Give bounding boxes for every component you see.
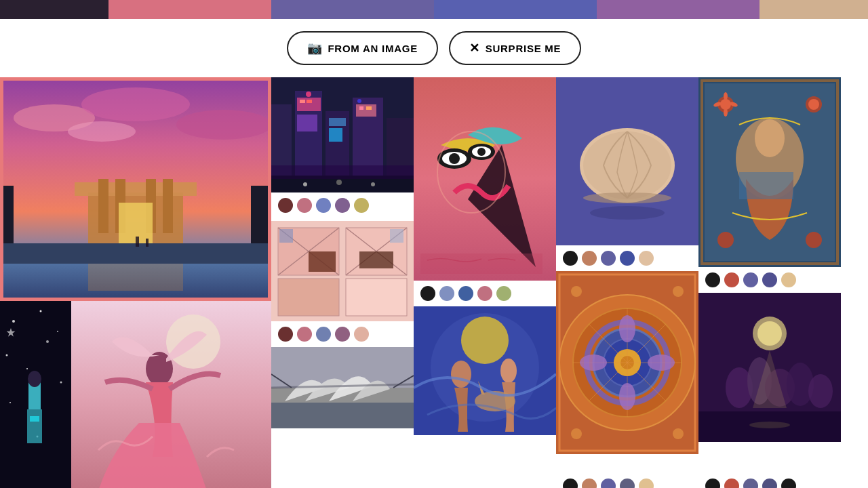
svg-rect-63: [346, 279, 407, 316]
gallery-item-dancer[interactable]: [71, 301, 271, 488]
shell-swatch-5[interactable]: [639, 251, 654, 266]
from-image-button[interactable]: 📷 FROM AN IMAGE: [287, 31, 438, 65]
svg-point-145: [749, 422, 790, 428]
gallery-item-shell[interactable]: [556, 77, 698, 245]
gallery-col-3: [556, 77, 698, 488]
svg-rect-10: [163, 179, 173, 233]
svg-point-133: [755, 119, 785, 157]
gallery-col-2: [414, 77, 556, 488]
surprise-me-button[interactable]: ✕ SURPRISE ME: [449, 31, 581, 65]
purple-swatch-4[interactable]: [762, 479, 777, 488]
city-swatch-1[interactable]: [278, 198, 293, 213]
svg-point-53: [303, 182, 307, 186]
svg-point-20: [12, 320, 15, 323]
purple-swatches: [698, 473, 841, 488]
svg-rect-6: [75, 182, 197, 196]
svg-point-96: [583, 192, 671, 203]
color-segment-5: [597, 0, 760, 19]
ornate-swatch-1[interactable]: [705, 272, 720, 287]
svg-point-112: [619, 383, 635, 410]
svg-point-22: [57, 331, 58, 332]
gallery-item-ornate[interactable]: [698, 77, 841, 267]
ornate-swatch-4[interactable]: [762, 272, 777, 287]
city-swatches: [271, 192, 414, 218]
abstract-swatches: [414, 281, 556, 306]
gallery-item-space[interactable]: [0, 301, 71, 488]
gallery-item-abstract[interactable]: [414, 77, 556, 281]
camera-icon: 📷: [307, 41, 323, 56]
svg-point-27: [9, 402, 11, 403]
svg-point-114: [648, 354, 675, 371]
gallery-item-mandala[interactable]: [556, 271, 698, 473]
abs-swatch-3[interactable]: [458, 286, 473, 301]
svg-rect-45: [307, 100, 312, 103]
ornate-swatch-2[interactable]: [724, 272, 739, 287]
svg-rect-62: [278, 279, 339, 316]
svg-point-132: [724, 108, 728, 117]
svg-point-143: [757, 321, 782, 346]
geo-swatch-2[interactable]: [297, 327, 312, 342]
abs-swatch-2[interactable]: [439, 286, 454, 301]
svg-rect-68: [309, 251, 336, 272]
svg-rect-31: [27, 409, 42, 443]
geometric-swatches: [271, 321, 414, 347]
svg-point-54: [336, 180, 342, 185]
city-swatch-4[interactable]: [335, 198, 350, 213]
action-bar: 📷 FROM AN IMAGE ✕ SURPRISE ME: [0, 19, 868, 77]
geo-swatch-1[interactable]: [278, 327, 293, 342]
svg-point-25: [26, 368, 28, 369]
gallery-col-4: [698, 77, 841, 488]
svg-rect-7: [98, 179, 108, 233]
svg-rect-71: [390, 229, 403, 243]
gallery-col-0: [0, 77, 271, 488]
shell-swatch-4[interactable]: [620, 251, 635, 266]
shell-swatch-3[interactable]: [601, 251, 616, 266]
gallery-item-opera[interactable]: [271, 347, 414, 488]
geo-swatch-5[interactable]: [354, 327, 369, 342]
svg-rect-51: [329, 128, 342, 142]
mandala-swatch-3[interactable]: [601, 479, 616, 488]
shell-swatch-1[interactable]: [563, 251, 578, 266]
gallery-item-mythology[interactable]: [414, 306, 556, 488]
svg-rect-50: [297, 115, 317, 131]
color-segment-6: [760, 0, 868, 19]
purple-swatch-3[interactable]: [743, 479, 758, 488]
gallery-item-purple-painting[interactable]: [698, 293, 841, 473]
ornate-swatch-5[interactable]: [781, 272, 796, 287]
svg-rect-15: [251, 186, 271, 243]
mandala-swatch-4[interactable]: [620, 479, 635, 488]
ornate-swatch-3[interactable]: [743, 272, 758, 287]
gallery-col-1: [271, 77, 414, 488]
svg-point-21: [40, 310, 42, 312]
abs-swatch-5[interactable]: [496, 286, 511, 301]
purple-swatch-2[interactable]: [724, 479, 739, 488]
mandala-swatch-5[interactable]: [639, 479, 654, 488]
svg-point-127: [717, 232, 734, 248]
abs-swatch-4[interactable]: [477, 286, 492, 301]
city-swatch-2[interactable]: [297, 198, 312, 213]
gallery-item-geometric[interactable]: [271, 221, 414, 321]
purple-swatch-1[interactable]: [705, 479, 720, 488]
mandala-swatch-2[interactable]: [582, 479, 597, 488]
shell-swatch-2[interactable]: [582, 251, 597, 266]
city-swatch-3[interactable]: [316, 198, 331, 213]
svg-rect-32: [30, 416, 39, 422]
svg-point-124: [720, 99, 731, 110]
svg-point-24: [46, 340, 49, 343]
svg-rect-18: [88, 264, 183, 291]
purple-swatch-5[interactable]: [781, 479, 796, 488]
gallery-item-sunset[interactable]: [0, 77, 271, 301]
surprise-me-label: SURPRISE ME: [486, 43, 561, 54]
svg-point-95: [583, 131, 671, 199]
svg-rect-48: [359, 106, 363, 110]
gallery-item-city[interactable]: [271, 77, 414, 192]
abs-swatch-1[interactable]: [420, 286, 435, 301]
svg-point-126: [808, 99, 819, 110]
svg-point-55: [371, 182, 375, 186]
svg-rect-134: [739, 172, 793, 199]
city-swatch-5[interactable]: [354, 198, 369, 213]
mandala-swatch-1[interactable]: [563, 479, 578, 488]
geo-swatch-4[interactable]: [335, 327, 350, 342]
svg-rect-47: [356, 104, 376, 117]
geo-swatch-3[interactable]: [316, 327, 331, 342]
